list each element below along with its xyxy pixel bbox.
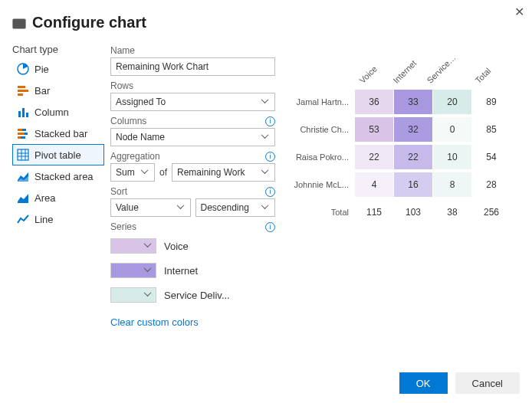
chart-type-heading: Chart type [12,44,104,55]
chart-type-icon [16,148,30,162]
chart-type-icon [16,169,30,183]
chevron-down-icon [262,98,270,106]
name-label: Name [110,45,135,56]
svg-rect-0 [13,19,25,28]
svg-rect-1 [13,22,25,23]
rows-label: Rows [110,80,133,91]
chart-form: Name Remaining Work Chart Rows Assigned … [110,41,275,328]
chart-type-label: Stacked area [34,171,94,182]
svg-rect-13 [18,133,25,135]
pivot-row: Jamal Hartn...36332089 [286,88,520,116]
pivot-cell: 85 [472,117,511,142]
pivot-row-label: Johnnie McL... [286,180,355,189]
chart-config-icon [12,17,26,29]
series-color-picker[interactable] [110,287,156,303]
pivot-cell: 16 [394,172,432,197]
chart-preview: VoiceInternetService Del...TotalJamal Ha… [286,41,520,328]
svg-rect-2 [17,19,18,28]
info-icon[interactable]: i [265,116,275,126]
sort-by-select[interactable]: Value [110,198,191,217]
pivot-column-headers: VoiceInternetService Del...Total [286,59,520,88]
svg-rect-6 [18,90,28,92]
series-row: Internet [110,260,275,281]
chart-type-item-area[interactable]: Area [12,187,104,208]
pivot-column-header: Service Del... [432,59,470,88]
chart-type-icon [16,126,30,140]
chart-type-label: Stacked bar [34,128,87,139]
chart-type-icon [16,62,30,76]
chevron-down-icon [142,169,149,176]
aggregation-field-select[interactable]: Remaining Work [172,163,275,182]
series-row: Service Deliv... [110,284,275,306]
info-icon[interactable]: i [265,152,275,162]
clear-custom-colors-link[interactable]: Clear custom colors [110,316,275,328]
chart-type-item-stacked-area[interactable]: Stacked area [12,165,104,187]
pivot-cell: 89 [472,90,511,114]
pivot-row-label: Jamal Hartn... [286,97,355,106]
chart-type-item-bar[interactable]: Bar [12,80,104,101]
chevron-down-icon [262,133,270,141]
chart-type-label: Pivot table [34,149,81,161]
dialog-footer: OK Cancel [399,372,520,394]
aggregation-label: Aggregation [110,151,160,162]
series-color-picker[interactable] [110,238,156,254]
pivot-column-header: Total [470,59,508,88]
dialog-header: Configure chart [0,0,532,38]
svg-rect-17 [18,149,28,160]
svg-rect-3 [21,19,21,28]
chart-type-icon [16,105,30,119]
pivot-total-row: Total11510338256 [286,198,520,226]
chart-type-panel: Chart type PieBarColumnStacked barPivot … [12,41,104,328]
aggregation-fn-select[interactable]: Sum [110,163,155,182]
name-input[interactable]: Remaining Work Chart [110,57,275,76]
sort-direction-select[interactable]: Descending [195,198,276,217]
pivot-row-label: Christie Ch... [286,125,355,134]
pivot-row-label: Raisa Pokro... [286,152,355,162]
chart-type-item-pie[interactable]: Pie [12,58,104,80]
chart-type-label: Pie [34,64,49,75]
chart-type-item-stacked-bar[interactable]: Stacked bar [12,123,104,144]
chart-type-icon [16,191,30,205]
series-label: Internet [164,265,198,277]
pivot-row: Christie Ch...5332085 [286,116,520,143]
chart-type-label: Line [34,214,54,225]
svg-rect-16 [21,136,25,139]
pivot-column-header: Voice [355,59,393,88]
series-label: Series [110,221,136,232]
close-button[interactable]: ✕ [514,5,524,19]
chevron-down-icon [262,169,270,176]
chart-type-item-line[interactable]: Line [12,208,104,230]
chevron-down-icon [178,204,186,211]
pivot-row: Johnnie McL...416828 [286,171,520,198]
pivot-cell: 4 [355,172,393,197]
ok-button[interactable]: OK [399,372,448,394]
chart-type-item-column[interactable]: Column [12,101,104,123]
svg-rect-10 [26,113,28,117]
svg-rect-9 [22,108,25,117]
pivot-cell: 54 [472,145,511,169]
chevron-down-icon [145,291,153,299]
columns-label: Columns [110,116,146,126]
chart-type-icon [16,84,30,97]
pivot-cell: 115 [355,200,393,224]
sort-label: Sort [110,186,127,197]
svg-rect-14 [25,133,28,135]
chart-type-item-pivot-table[interactable]: Pivot table [12,144,104,165]
chevron-down-icon [262,204,270,211]
columns-select[interactable]: Node Name [110,128,275,146]
info-icon[interactable]: i [265,187,275,197]
pivot-cell: 103 [394,200,432,224]
pivot-cell: 8 [433,172,471,197]
cancel-button[interactable]: Cancel [455,372,520,394]
series-label: Service Deliv... [164,290,230,301]
rows-select[interactable]: Assigned To [110,93,275,111]
pivot-cell: 32 [394,117,432,142]
svg-rect-5 [18,86,25,88]
pivot-cell: 36 [355,90,393,114]
chart-type-label: Column [34,106,69,118]
dialog-title: Configure chart [32,14,146,31]
chart-type-icon [16,212,30,226]
info-icon[interactable]: i [265,222,275,232]
series-color-picker[interactable] [110,263,156,278]
chart-type-label: Bar [34,85,50,97]
